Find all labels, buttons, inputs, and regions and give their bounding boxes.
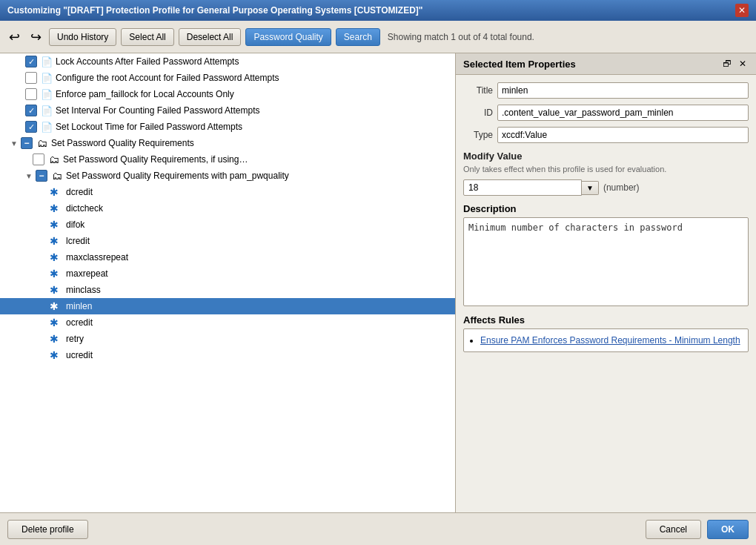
item-label: dictcheck [66,203,103,214]
item-label-selected: minlen [66,301,92,311]
cancel-button[interactable]: Cancel [646,520,701,539]
title-label: Title [463,85,493,96]
undo-button[interactable]: ↩ [6,27,23,47]
tree-toggle[interactable]: ▼ [10,139,19,148]
undo-history-button[interactable]: Undo History [49,28,116,46]
folder-item[interactable]: ▼ − 🗂 Set Password Quality Requirements … [0,168,455,184]
list-item[interactable]: ✱ maxrepeat [0,265,455,282]
list-item[interactable]: ✱ dcredit [0,184,455,200]
value-input-wrapper: ▼ [463,179,599,196]
list-item[interactable]: ✱ dictcheck [0,200,455,217]
item-label: Set Interval For Counting Failed Passwor… [56,105,259,116]
list-item[interactable]: ✓ 📄 Set Interval For Counting Failed Pas… [0,102,455,119]
item-label: maxrepeat [66,268,108,279]
type-field-row: Type [463,127,749,143]
ok-button[interactable]: OK [707,520,749,539]
tool-icon: ✱ [47,202,61,215]
window-title: Customizing "[DRAFT] Protection Profile … [7,5,423,16]
bottom-bar: Delete profile Cancel OK [0,512,756,545]
checkbox-minus-icon[interactable]: − [21,137,33,149]
panel-close-button[interactable]: ✕ [737,58,749,70]
item-label: maxclassrepeat [66,252,128,262]
item-label: ocredit [66,317,93,328]
doc-icon: 📄 [40,55,53,68]
list-item[interactable]: ✱ difok [0,217,455,233]
tool-icon: ✱ [47,316,61,329]
value-dropdown-button[interactable]: ▼ [582,181,599,195]
panel-header-icons: 🗗 ✕ [720,58,749,70]
title-input[interactable] [497,82,749,99]
folder-item[interactable]: ▼ − 🗂 Set Password Quality Requirements [0,135,455,151]
title-bar: Customizing "[DRAFT] Protection Profile … [0,0,756,21]
item-label: Lock Accounts After Failed Password Atte… [56,56,239,67]
value-unit: (number) [603,182,640,193]
properties-content: Title ID Type Modify Value Only takes ef… [456,75,756,512]
item-label: difok [66,219,84,230]
doc-icon: 📄 [40,87,53,101]
tool-icon: ✱ [47,251,61,264]
affects-rules-label: Affects Rules [463,314,749,326]
properties-panel-header: Selected Item Properties 🗗 ✕ [456,53,756,75]
folder-icon: 🗂 [47,153,61,166]
id-input[interactable] [497,105,749,121]
folder-label: Set Password Quality Requirements [51,138,194,148]
list-item[interactable]: ✓ 📄 Lock Accounts After Failed Password … [0,53,455,70]
id-label: ID [463,108,493,118]
main-area: ✓ 📄 Lock Accounts After Failed Password … [0,53,756,512]
list-item[interactable]: 📄 Enforce pam_faillock for Local Account… [0,86,455,102]
properties-panel: Selected Item Properties 🗗 ✕ Title ID Ty… [456,53,756,512]
modify-value-label: Modify Value [463,151,749,162]
delete-profile-button[interactable]: Delete profile [7,520,88,539]
description-textarea[interactable]: Minimum number of characters in password [463,217,749,306]
list-item[interactable]: ✓ 📄 Set Lockout Time for Failed Password… [0,119,455,135]
checkbox-minus-icon[interactable]: − [36,170,47,182]
redo-button[interactable]: ↪ [27,27,44,47]
checkbox-unchecked-icon[interactable] [33,153,44,165]
list-item[interactable]: ✱ minclass [0,282,455,298]
value-input[interactable] [463,179,582,196]
search-button[interactable]: Search [336,28,380,46]
list-item[interactable]: ✱ retry [0,331,455,347]
checkbox-unchecked-icon[interactable] [25,72,37,84]
tree-toggle[interactable]: ▼ [25,172,34,180]
value-row: ▼ (number) [463,179,749,196]
list-item[interactable]: ✱ maxclassrepeat [0,249,455,265]
id-field-row: ID [463,105,749,121]
type-input[interactable] [497,127,749,143]
folder-label: Set Password Quality Requirements with p… [66,171,289,181]
bottom-right-buttons: Cancel OK [646,520,749,539]
list-item[interactable]: ✱ ocredit [0,314,455,331]
list-item[interactable]: ✱ lcredit [0,233,455,249]
item-label: lcredit [66,236,90,246]
checkbox-checked-icon[interactable]: ✓ [25,121,37,133]
item-label: Configure the root Account for Failed Pa… [56,73,279,83]
item-label: Set Password Quality Requirements, if us… [63,154,248,165]
checkbox-checked-icon[interactable]: ✓ [25,105,37,116]
password-quality-button[interactable]: Password Quality [245,28,331,46]
type-label: Type [463,130,493,140]
tool-icon: ✱ [47,185,61,199]
close-button[interactable]: ✕ [735,4,749,17]
tool-icon: ✱ [47,332,61,346]
tool-icon: ✱ [47,234,61,248]
tool-icon: ✱ [47,300,61,313]
deselect-all-button[interactable]: Deselect All [179,28,242,46]
folder-icon: 🗂 [36,136,49,150]
select-all-button[interactable]: Select All [121,28,173,46]
tool-icon: ✱ [47,267,61,280]
doc-icon: 📄 [40,120,53,133]
list-item[interactable]: 🗂 Set Password Quality Requirements, if … [0,151,455,168]
tool-icon: ✱ [47,218,61,231]
checkbox-unchecked-icon[interactable] [25,88,37,100]
checkbox-checked-icon[interactable]: ✓ [25,56,37,67]
affects-rule-link[interactable]: Ensure PAM Enforces Password Requirement… [480,335,740,346]
panel-restore-button[interactable]: 🗗 [720,58,734,70]
list-item[interactable]: 📄 Configure the root Account for Failed … [0,70,455,86]
doc-icon: 📄 [40,104,53,117]
search-status: Showing match 1 out of 4 total found. [388,32,534,42]
modify-value-sublabel: Only takes effect when this profile is u… [463,165,749,174]
list-item-selected[interactable]: ✱ minlen [0,298,455,314]
description-label: Description [463,203,749,214]
toolbar: ↩ ↪ Undo History Select All Deselect All… [0,21,756,53]
list-item[interactable]: ✱ ucredit [0,347,455,363]
